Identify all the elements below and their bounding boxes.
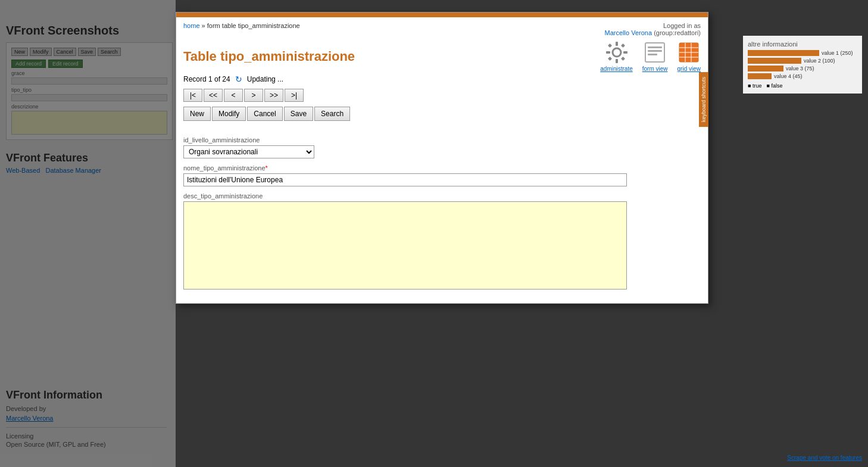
record-bar: Record 1 of 24 ↻ Updating ... bbox=[176, 72, 708, 86]
administrate-icon-item[interactable]: administrate bbox=[600, 41, 632, 72]
bar-label-1: value 1 (250) bbox=[822, 50, 853, 56]
bar-label-2: value 2 (100) bbox=[804, 58, 835, 64]
svg-rect-9 bbox=[645, 43, 664, 62]
prev-btn[interactable]: < bbox=[224, 89, 243, 102]
form-view-icon bbox=[644, 41, 666, 64]
update-status: Updating ... bbox=[247, 75, 283, 83]
stats-bar-4: value 4 (45) bbox=[748, 73, 857, 79]
svg-rect-5 bbox=[607, 43, 611, 48]
stats-bar-2: value 2 (100) bbox=[748, 58, 857, 64]
svg-rect-6 bbox=[620, 43, 625, 48]
svg-rect-3 bbox=[606, 51, 610, 54]
svg-rect-8 bbox=[620, 57, 625, 61]
title-prefix: Table bbox=[183, 49, 217, 64]
administrate-label: administrate bbox=[600, 66, 632, 72]
form-view-icon-item[interactable]: form view bbox=[642, 41, 668, 72]
save-button[interactable]: Save bbox=[284, 107, 313, 121]
refresh-icon[interactable]: ↻ bbox=[235, 74, 242, 84]
user-link[interactable]: Marcello Verona bbox=[605, 29, 652, 36]
next-page-btn[interactable]: >> bbox=[264, 89, 283, 102]
bar-label-4: value 4 (45) bbox=[774, 73, 803, 79]
nome-tipo-input[interactable] bbox=[183, 173, 627, 186]
svg-rect-2 bbox=[616, 59, 618, 63]
stats-bar-3: value 3 (75) bbox=[748, 66, 857, 71]
first-btn[interactable]: |< bbox=[183, 89, 202, 102]
record-label: Record 1 of 24 bbox=[183, 75, 230, 83]
breadcrumb: home » form table tipo_amministrazione bbox=[183, 22, 300, 29]
stats-bar-1: value 1 (250) bbox=[748, 50, 857, 56]
cancel-button[interactable]: Cancel bbox=[247, 107, 282, 121]
grid-view-icon-item[interactable]: grid view bbox=[677, 41, 701, 72]
form-view-label: form view bbox=[642, 66, 668, 72]
bar-3 bbox=[748, 66, 783, 71]
svg-rect-4 bbox=[623, 51, 627, 54]
next-btn[interactable]: > bbox=[244, 89, 263, 102]
new-button[interactable]: New bbox=[183, 107, 211, 121]
desc-tipo-textarea[interactable] bbox=[183, 201, 627, 289]
last-btn[interactable]: >| bbox=[285, 89, 304, 102]
grid-view-label: grid view bbox=[677, 66, 701, 72]
bar-label-3: value 3 (75) bbox=[786, 66, 814, 71]
modal-title: Table tipo_amministrazione bbox=[183, 49, 355, 64]
field-label-2: nome_tipo_amministrazione* bbox=[183, 164, 701, 172]
logged-as-label: Logged in as bbox=[663, 22, 701, 29]
field-label-1: id_livello_amministrazione bbox=[183, 136, 701, 144]
svg-rect-11 bbox=[648, 50, 662, 52]
right-stats-panel: altre informazioni value 1 (250) value 2… bbox=[743, 36, 862, 94]
bar-2 bbox=[748, 58, 801, 64]
modal-top-bar bbox=[176, 13, 708, 17]
gear-icon bbox=[605, 41, 628, 64]
user-group: (group:redattori) bbox=[654, 29, 701, 36]
table-name: tipo_amministrazione bbox=[220, 49, 355, 64]
field-label-3: desc_tipo_amministrazione bbox=[183, 192, 701, 200]
scrape-vote-link[interactable]: Scrape and vote on features bbox=[787, 454, 862, 461]
stats-title: altre informazioni bbox=[748, 41, 857, 48]
search-button[interactable]: Search bbox=[314, 107, 350, 121]
svg-rect-1 bbox=[616, 42, 618, 46]
svg-rect-10 bbox=[648, 46, 662, 48]
breadcrumb-separator: » bbox=[202, 22, 207, 29]
title-area: Table tipo_amministrazione bbox=[176, 36, 708, 72]
home-link[interactable]: home bbox=[183, 22, 200, 29]
modify-button[interactable]: Modify bbox=[212, 107, 246, 121]
prev-page-btn[interactable]: << bbox=[204, 89, 223, 102]
breadcrumb-current: form table tipo_amministrazione bbox=[207, 22, 300, 29]
field-select-container: Organi sovranazionali Stato Regione Prov… bbox=[183, 145, 701, 158]
svg-rect-12 bbox=[648, 54, 657, 55]
grid-view-icon bbox=[677, 41, 700, 64]
bar-4 bbox=[748, 73, 772, 79]
form-area: id_livello_amministrazione Organi sovran… bbox=[176, 126, 708, 303]
legend: ■ true■ false bbox=[748, 83, 857, 89]
action-buttons: New Modify Cancel Save Search bbox=[176, 104, 708, 126]
keyboard-shortcuts-tab[interactable]: keyboard shortcuts bbox=[699, 72, 708, 127]
modal-header: home » form table tipo_amministrazione L… bbox=[176, 17, 708, 36]
view-icons-container: administrate form view bbox=[600, 41, 701, 72]
svg-rect-7 bbox=[607, 57, 611, 61]
nav-buttons: |< << < > >> >| bbox=[176, 86, 708, 104]
bar-1 bbox=[748, 50, 819, 56]
id-livello-select[interactable]: Organi sovranazionali Stato Regione Prov… bbox=[183, 145, 314, 158]
user-info: Logged in as Marcello Verona (group:reda… bbox=[605, 22, 701, 36]
modal-dialog: home » form table tipo_amministrazione L… bbox=[176, 12, 708, 304]
svg-point-0 bbox=[613, 48, 621, 57]
